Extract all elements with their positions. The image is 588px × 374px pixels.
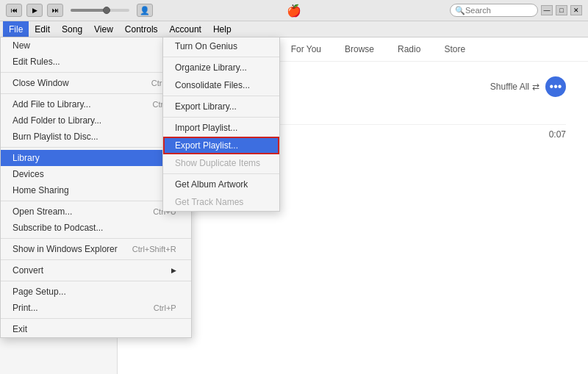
divider-8 (1, 318, 191, 319)
dropdown-overlay: New Edit Rules... Close Window Ctrl+W Ad… (0, 0, 588, 374)
menu-item-convert[interactable]: Convert (1, 262, 191, 278)
close-window-label: Close Window (12, 78, 69, 88)
show-windows-explorer-shortcut: Ctrl+Shift+R (132, 245, 176, 253)
add-file-label: Add File to Library... (12, 99, 91, 109)
submenu-divider-3 (163, 117, 279, 118)
submenu-divider-1 (163, 57, 279, 57)
submenu-item-consolidate-files[interactable]: Consolidate Files... (163, 76, 279, 94)
library-submenu: Turn On Genius Organize Library... Conso… (162, 37, 280, 212)
submenu-item-export-playlist[interactable]: Export Playlist... (163, 137, 279, 154)
submenu-item-get-album-artwork[interactable]: Get Album Artwork (163, 176, 279, 193)
divider-7 (1, 281, 191, 281)
show-windows-explorer-label: Show in Windows Explorer (12, 244, 118, 254)
print-label: Print... (12, 303, 38, 313)
submenu-item-organize-library[interactable]: Organize Library... (163, 59, 279, 76)
submenu-item-show-duplicate-items: Show Duplicate Items (163, 154, 279, 172)
menu-item-subscribe-podcast[interactable]: Subscribe to Podcast... (1, 220, 191, 236)
submenu-item-get-track-names: Get Track Names (163, 193, 279, 211)
menu-item-print[interactable]: Print... Ctrl+P (1, 300, 191, 316)
menu-item-page-setup[interactable]: Page Setup... (1, 284, 191, 300)
divider-6 (1, 259, 191, 260)
submenu-item-import-playlist[interactable]: Import Playlist... (163, 119, 279, 137)
menu-item-show-windows-explorer[interactable]: Show in Windows Explorer Ctrl+Shift+R (1, 241, 191, 257)
open-stream-label: Open Stream... (12, 206, 72, 217)
submenu-item-turn-on-genius[interactable]: Turn On Genius (163, 37, 279, 55)
submenu-divider-4 (163, 173, 279, 174)
print-shortcut: Ctrl+P (154, 303, 176, 312)
menu-item-exit[interactable]: Exit (1, 321, 191, 337)
divider-5 (1, 238, 191, 239)
submenu-divider-2 (163, 96, 279, 96)
submenu-item-export-library[interactable]: Export Library... (163, 98, 279, 115)
